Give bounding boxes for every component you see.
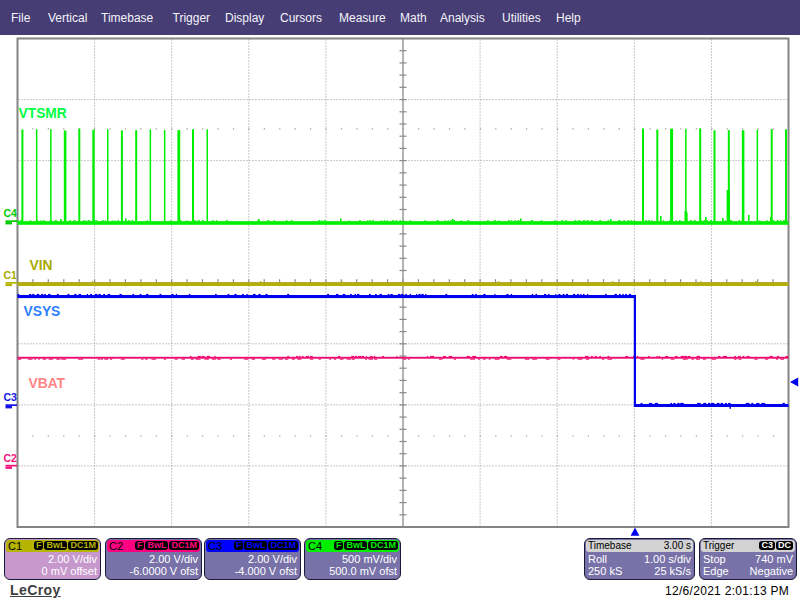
svg-text:C4: C4 [4,207,18,219]
svg-text:C1: C1 [4,269,18,281]
svg-text:C3: C3 [4,391,18,403]
svg-text:VBAT: VBAT [29,376,66,391]
svg-text:VTSMR: VTSMR [19,106,67,121]
svg-text:C2: C2 [4,452,18,464]
svg-text:VSYS: VSYS [24,304,61,319]
svg-text:VIN: VIN [30,258,53,273]
